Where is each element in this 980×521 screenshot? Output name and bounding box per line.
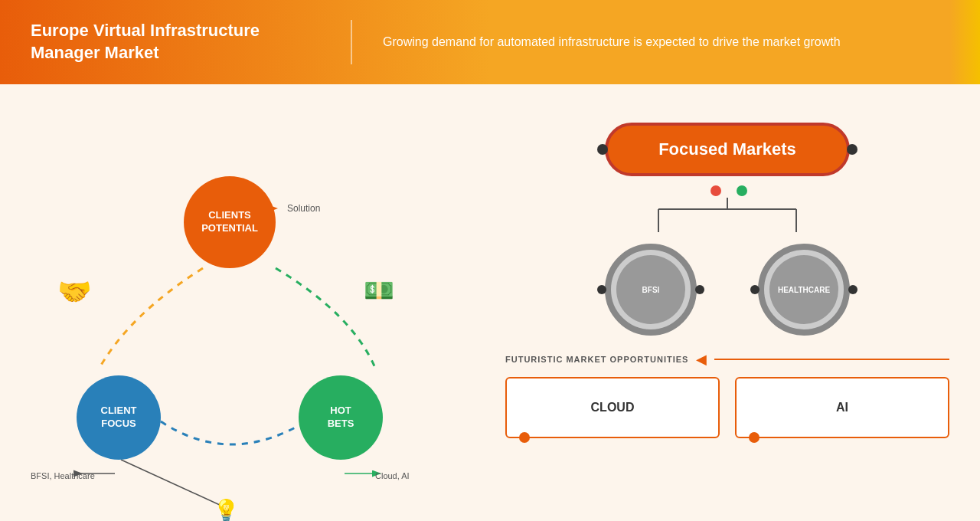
healthcare-inner: HEALTHCARE bbox=[769, 255, 838, 324]
futuristic-boxes: CLOUD AI bbox=[505, 377, 949, 438]
sub-nodes-row: BFSI HEALTHCARE bbox=[605, 244, 850, 336]
header: Europe Virtual InfrastructureManager Mar… bbox=[0, 0, 980, 84]
hot-bets-node: HOTBETS bbox=[299, 375, 383, 460]
clients-potential-node: CLIENTSPOTENTIAL bbox=[184, 176, 276, 268]
futuristic-divider bbox=[714, 359, 949, 360]
header-left: Europe Virtual InfrastructureManager Mar… bbox=[31, 20, 352, 64]
cloud-box: CLOUD bbox=[505, 377, 720, 438]
focused-markets-label: Focused Markets bbox=[658, 139, 796, 159]
ai-dot-left bbox=[749, 432, 760, 443]
ai-label: AI bbox=[836, 401, 848, 415]
cloud-label: CLOUD bbox=[591, 401, 635, 415]
focused-markets-pill: Focused Markets bbox=[605, 123, 850, 176]
focused-markets-section: Focused Markets bbox=[505, 107, 949, 336]
client-focus-node: CLIENTFOCUS bbox=[77, 375, 161, 460]
cloud-dot-left bbox=[519, 432, 530, 443]
header-right: Growing demand for automated infrastruct… bbox=[352, 33, 949, 51]
page-title: Europe Virtual InfrastructureManager Mar… bbox=[31, 20, 320, 64]
main-content: 🤝 💵 💡 CLIENTSPOTENTIAL CLIENTFOCUS HOTBE… bbox=[0, 84, 980, 521]
dot-green bbox=[737, 185, 747, 196]
dot-red bbox=[710, 185, 721, 196]
bulb-icon: 💡 bbox=[213, 498, 240, 521]
futuristic-title: FUTURISTIC MARKET OPPORTUNITIES bbox=[505, 355, 688, 364]
bfsi-inner: BFSI bbox=[616, 255, 685, 324]
cloud-ai-label: Cloud, AI bbox=[375, 471, 410, 480]
bfsi-label: BFSI, Healthcare bbox=[31, 471, 95, 480]
money-icon: 💵 bbox=[364, 276, 394, 305]
futuristic-header: FUTURISTIC MARKET OPPORTUNITIES ◀ bbox=[505, 351, 949, 368]
futuristic-section: FUTURISTIC MARKET OPPORTUNITIES ◀ CLOUD … bbox=[505, 351, 949, 438]
tree-connector bbox=[597, 182, 858, 236]
handshake-icon: 🤝 bbox=[57, 276, 92, 308]
ai-box: AI bbox=[735, 377, 949, 438]
bfsi-node: BFSI bbox=[605, 244, 697, 336]
right-panel: Focused Markets bbox=[475, 84, 980, 521]
solution-label: Solution bbox=[287, 203, 320, 214]
left-panel: 🤝 💵 💡 CLIENTSPOTENTIAL CLIENTFOCUS HOTBE… bbox=[0, 84, 475, 521]
header-subtitle: Growing demand for automated infrastruct… bbox=[383, 33, 842, 51]
healthcare-node: HEALTHCARE bbox=[758, 244, 850, 336]
futuristic-arrow-icon: ◀ bbox=[696, 351, 707, 368]
